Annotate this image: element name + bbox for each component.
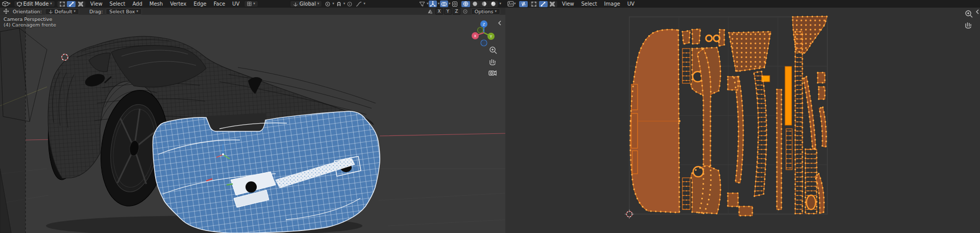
drag-mode-dropdown[interactable]: Select Box ▾	[106, 8, 142, 15]
snap-magnet-button[interactable]	[335, 1, 343, 7]
vertex-select-button[interactable]	[58, 1, 66, 7]
camera-passepartout	[0, 15, 26, 233]
orientation-icon	[48, 9, 53, 14]
shading-mode-buttons	[460, 1, 498, 7]
viewport3d-canvas[interactable]: Z X Y	[0, 15, 505, 233]
viewport3d-header: ▾ Edit Mode ▾ View Select Add Mesh Verte…	[0, 0, 506, 8]
proportional-edit-button[interactable]	[346, 1, 354, 7]
menu-vertex[interactable]: Vertex	[166, 0, 190, 8]
overlays-toggle-button[interactable]	[440, 1, 448, 7]
uv-menu-image[interactable]: Image	[601, 0, 624, 8]
grid-icon	[247, 2, 252, 6]
options-chevron-icon: ▾	[495, 10, 497, 13]
menu-view[interactable]: View	[87, 0, 106, 8]
uv-vertex-select-button[interactable]	[530, 1, 538, 7]
viewport-display-controls: ▾ ▾ ▾	[418, 1, 501, 7]
uv-face-select-button[interactable]	[548, 1, 557, 7]
orientation-label: Orientation:	[11, 9, 44, 14]
menu-add[interactable]: Add	[129, 0, 145, 8]
rendered-shading-button[interactable]	[489, 1, 498, 7]
mirror-icon	[426, 8, 434, 15]
editor-type-uv-chevron-icon[interactable]: ▾	[514, 2, 516, 6]
visibility-chevron-icon[interactable]: ▾	[427, 2, 429, 6]
snap-chevron-icon[interactable]: ▾	[344, 2, 346, 6]
options-dropdown[interactable]: Options ▾	[471, 8, 500, 15]
xray-toggle-button[interactable]	[451, 1, 459, 7]
orientation-value: Global	[300, 1, 316, 7]
orientation-default-chevron-icon: ▾	[74, 10, 76, 13]
tweak-tool-icon[interactable]	[2, 8, 10, 15]
options-label: Options	[475, 9, 494, 14]
view-name-overlay: Camera Perspective	[4, 16, 52, 22]
gizmos-chevron-icon[interactable]: ▾	[437, 2, 439, 6]
drag-label: Drag:	[87, 9, 105, 14]
uv-island-bright-bar[interactable]	[785, 66, 792, 125]
shading-chevron-icon[interactable]: ▾	[499, 2, 501, 6]
edit-mode-cube-icon	[17, 2, 22, 7]
select-mode-buttons	[57, 1, 86, 7]
gizmos-toggle-button[interactable]	[429, 1, 437, 7]
uv-select-mode-buttons	[529, 1, 557, 7]
mirror-x-toggle[interactable]: X	[435, 8, 443, 15]
orientation-axes-icon	[293, 2, 298, 7]
mode-label: Edit Mode	[23, 1, 49, 7]
gizmo-y-label[interactable]: Y	[489, 35, 493, 39]
editor-type-chevron-icon[interactable]: ▾	[9, 2, 11, 6]
uv-menu-view[interactable]: View	[558, 0, 578, 8]
snap-options-icon[interactable]	[461, 8, 470, 15]
drag-chevron-icon: ▾	[136, 10, 138, 13]
menu-edge[interactable]: Edge	[190, 0, 210, 8]
tool-settings-bar: Orientation: Default ▾ Drag: Select Box …	[0, 8, 506, 15]
transform-controls: Global ▾ ▾ ▾ ▾	[289, 1, 365, 7]
mode-dropdown[interactable]: Edit Mode ▾	[14, 1, 55, 7]
falloff-curve-icon[interactable]	[355, 1, 363, 7]
uv-edge-select-button[interactable]	[539, 1, 548, 7]
menu-mesh[interactable]: Mesh	[146, 0, 166, 8]
orientation-dropdown[interactable]: Global ▾	[290, 1, 322, 7]
pivot-chevron-icon[interactable]: ▾	[332, 2, 334, 6]
misc-chevron-icon: ▾	[253, 2, 255, 6]
solid-shading-button[interactable]	[471, 1, 479, 7]
mirror-z-toggle[interactable]: Z	[453, 8, 460, 15]
uv-menu-uv[interactable]: UV	[624, 0, 638, 8]
uv-sync-selection-button[interactable]	[519, 1, 528, 7]
menu-uv[interactable]: UV	[229, 0, 243, 8]
mirror-y-toggle[interactable]: Y	[444, 8, 452, 15]
orientation-default-value: Default	[55, 9, 72, 14]
uv-editor-header: ▾ View Select Image UV	[505, 0, 980, 8]
gizmo-x-label[interactable]: X	[474, 34, 477, 38]
uv-editor-canvas[interactable]	[505, 8, 980, 233]
overlays-chevron-icon[interactable]: ▾	[449, 2, 451, 6]
mode-chevron-icon: ▾	[50, 2, 52, 6]
material-shading-button[interactable]	[480, 1, 488, 7]
proportional-chevron-icon[interactable]: ▾	[363, 2, 365, 6]
tool-options-group: X Y Z Options ▾	[426, 8, 501, 15]
active-object-overlay: (4) Carenagem frente	[4, 22, 56, 28]
menu-select[interactable]: Select	[106, 0, 129, 8]
menu-face[interactable]: Face	[210, 0, 229, 8]
face-select-button[interactable]	[76, 1, 85, 7]
blender-window: ▾ Edit Mode ▾ View Select Add Mesh Verte…	[0, 0, 980, 233]
misc-dropdown[interactable]: ▾	[244, 1, 258, 7]
editor-type-3dviewport-icon[interactable]	[2, 1, 9, 7]
wireframe-shading-button[interactable]	[461, 1, 470, 7]
edge-select-button[interactable]	[67, 1, 76, 7]
orientation-chevron-icon: ▾	[317, 2, 320, 6]
gizmo-z-label[interactable]: Z	[483, 22, 485, 27]
drag-mode-value: Select Box	[109, 9, 135, 14]
pivot-point-button[interactable]	[324, 1, 332, 7]
selected-bumper[interactable]	[153, 111, 380, 233]
editor-type-image-icon[interactable]	[507, 1, 514, 7]
uv-menu-select[interactable]: Select	[578, 0, 601, 8]
orientation-default-dropdown[interactable]: Default ▾	[45, 8, 79, 15]
visibility-filter-button[interactable]	[418, 1, 426, 7]
